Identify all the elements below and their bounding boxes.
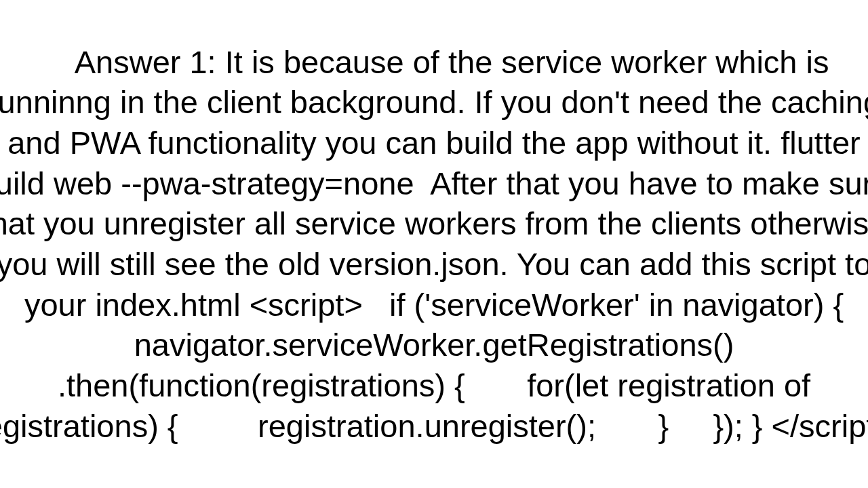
answer-container: Answer 1: It is because of the service w… — [0, 0, 868, 488]
answer-body: It is because of the service worker whic… — [0, 44, 868, 444]
answer-text: Answer 1: It is because of the service w… — [0, 1, 868, 487]
answer-label: Answer 1: — [75, 44, 216, 80]
